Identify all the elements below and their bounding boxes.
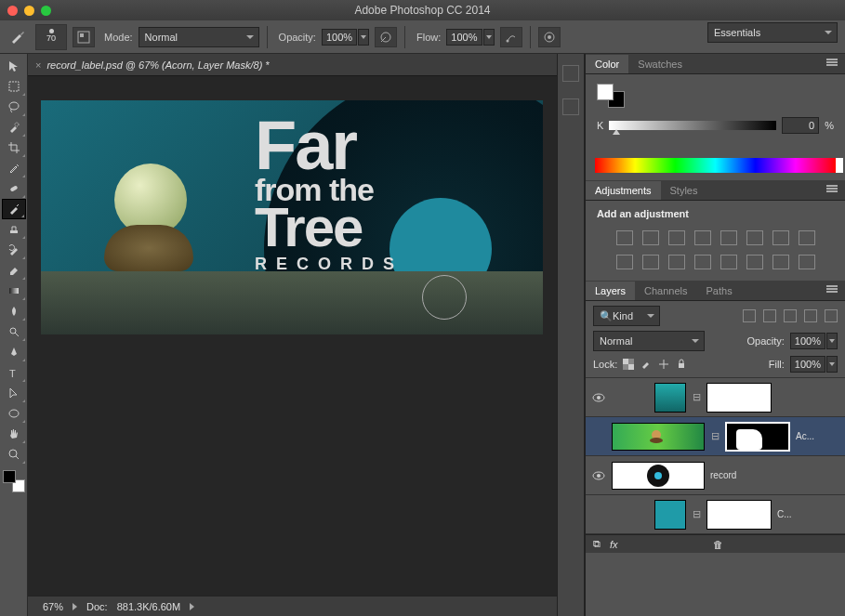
tool-brush[interactable] xyxy=(2,199,26,219)
adj-gradientmap-icon[interactable] xyxy=(772,255,789,269)
adj-posterize-icon[interactable] xyxy=(720,255,737,269)
adj-exposure-icon[interactable] xyxy=(694,230,711,245)
layer-row[interactable]: record xyxy=(586,456,845,495)
tool-eraser[interactable] xyxy=(2,260,26,281)
tool-gradient[interactable] xyxy=(2,281,26,301)
tool-hand[interactable] xyxy=(2,424,26,444)
add-mask-icon[interactable] xyxy=(627,538,640,550)
tool-move[interactable] xyxy=(2,56,26,76)
adj-curves-icon[interactable] xyxy=(668,230,685,245)
visibility-toggle[interactable] xyxy=(591,468,606,483)
k-slider[interactable] xyxy=(609,121,776,130)
tool-path-select[interactable] xyxy=(2,383,26,403)
mask-thumbnail[interactable] xyxy=(706,500,772,530)
layer-blend-select[interactable]: Normal xyxy=(593,331,705,351)
tool-type[interactable]: T xyxy=(2,362,26,383)
tool-eyedropper[interactable] xyxy=(2,158,26,178)
tool-pen[interactable] xyxy=(2,342,26,362)
foreground-color-swatch[interactable] xyxy=(3,470,16,483)
tab-paths[interactable]: Paths xyxy=(697,282,742,300)
mask-link-icon[interactable]: ⊟ xyxy=(692,508,701,520)
mask-link-icon[interactable]: ⊟ xyxy=(710,430,720,442)
adj-hue-icon[interactable] xyxy=(746,230,763,245)
adj-colorbalance-icon[interactable] xyxy=(772,230,789,245)
tool-zoom[interactable] xyxy=(2,444,26,465)
layer-filter-kind-select[interactable]: 🔍Kind xyxy=(593,306,660,326)
adj-levels-icon[interactable] xyxy=(642,230,659,245)
new-group-icon[interactable] xyxy=(670,538,682,550)
collapsed-panel-icon[interactable] xyxy=(562,98,579,115)
document-tab[interactable]: × record_label.psd @ 67% (Acorn, Layer M… xyxy=(28,54,557,76)
delete-layer-icon[interactable]: 🗑 xyxy=(713,539,723,550)
color-swatch-pair[interactable] xyxy=(597,84,625,108)
tool-shape[interactable] xyxy=(2,403,26,424)
visibility-toggle[interactable] xyxy=(591,507,606,522)
filter-shape-icon[interactable] xyxy=(804,309,817,322)
pressure-opacity-toggle[interactable] xyxy=(375,27,397,47)
collapsed-panel-icon[interactable] xyxy=(562,65,579,82)
tool-dodge[interactable] xyxy=(2,321,26,342)
tab-layers[interactable]: Layers xyxy=(586,282,635,300)
tool-lasso[interactable] xyxy=(2,97,26,117)
filter-adjust-icon[interactable] xyxy=(763,309,776,322)
adj-selectivecolor-icon[interactable] xyxy=(799,255,815,269)
layer-row[interactable]: ⊟ C... xyxy=(586,495,845,534)
layer-opacity-input[interactable]: 100% xyxy=(790,333,838,349)
new-fill-adj-icon[interactable] xyxy=(649,538,661,550)
mask-thumbnail[interactable] xyxy=(725,422,790,452)
panel-menu-icon[interactable] xyxy=(826,185,839,194)
tab-channels[interactable]: Channels xyxy=(635,282,696,300)
lock-transparent-icon[interactable] xyxy=(623,359,635,371)
mask-link-icon[interactable]: ⊟ xyxy=(692,391,701,403)
tool-clone-stamp[interactable] xyxy=(2,219,26,240)
adj-vibrance-icon[interactable] xyxy=(720,230,737,245)
zoom-level[interactable]: 67% xyxy=(43,601,63,612)
layer-thumbnail[interactable] xyxy=(612,423,705,451)
layer-row[interactable]: ⊟ Ac... xyxy=(586,417,845,456)
layer-row[interactable]: ⊟ xyxy=(586,378,845,417)
opacity-input[interactable]: 100% xyxy=(322,29,369,46)
brush-size-picker[interactable]: 70 xyxy=(35,24,67,50)
airbrush-toggle[interactable] xyxy=(500,27,522,47)
lock-position-icon[interactable] xyxy=(658,359,670,371)
zoom-menu-icon[interactable] xyxy=(73,603,77,610)
new-layer-icon[interactable] xyxy=(692,538,704,550)
tab-color[interactable]: Color xyxy=(586,55,628,73)
foreground-background-color[interactable] xyxy=(3,470,25,492)
tool-preset-icon[interactable] xyxy=(7,26,30,48)
layer-thumbnail[interactable] xyxy=(654,383,686,413)
brush-panel-toggle[interactable] xyxy=(73,27,95,47)
visibility-toggle[interactable] xyxy=(591,429,606,444)
fx-menu[interactable]: fx xyxy=(610,539,618,550)
panel-menu-icon[interactable] xyxy=(826,59,839,68)
adj-brightness-icon[interactable] xyxy=(616,230,633,245)
adj-photofilter-icon[interactable] xyxy=(616,255,633,269)
layer-thumbnail[interactable] xyxy=(612,462,705,490)
layer-thumbnail[interactable] xyxy=(654,500,686,530)
panel-menu-icon[interactable] xyxy=(826,285,839,295)
link-layers-icon[interactable]: ⧉ xyxy=(593,538,601,550)
status-menu-icon[interactable] xyxy=(190,603,194,610)
pressure-size-toggle[interactable] xyxy=(538,27,561,47)
filter-pixel-icon[interactable] xyxy=(743,309,756,322)
filter-type-icon[interactable] xyxy=(784,309,797,322)
color-spectrum[interactable] xyxy=(595,158,836,173)
front-swatch[interactable] xyxy=(597,84,614,100)
adj-threshold-icon[interactable] xyxy=(746,255,763,269)
blend-mode-select[interactable]: Normal xyxy=(139,27,259,47)
lock-all-icon[interactable] xyxy=(676,359,688,371)
adj-channelmixer-icon[interactable] xyxy=(642,255,659,269)
tool-blur[interactable] xyxy=(2,301,26,321)
close-tab-icon[interactable]: × xyxy=(35,59,41,71)
lock-pixels-icon[interactable] xyxy=(640,359,653,371)
mask-thumbnail[interactable] xyxy=(706,383,772,413)
k-value[interactable]: 0 xyxy=(782,117,819,134)
tool-history-brush[interactable] xyxy=(2,240,26,260)
tab-adjustments[interactable]: Adjustments xyxy=(586,181,661,200)
tool-quick-select[interactable] xyxy=(2,117,26,138)
visibility-toggle[interactable] xyxy=(591,390,606,405)
adj-bw-icon[interactable] xyxy=(799,230,815,245)
filter-smart-icon[interactable] xyxy=(825,309,838,322)
tool-crop[interactable] xyxy=(2,138,26,158)
adj-invert-icon[interactable] xyxy=(694,255,711,269)
